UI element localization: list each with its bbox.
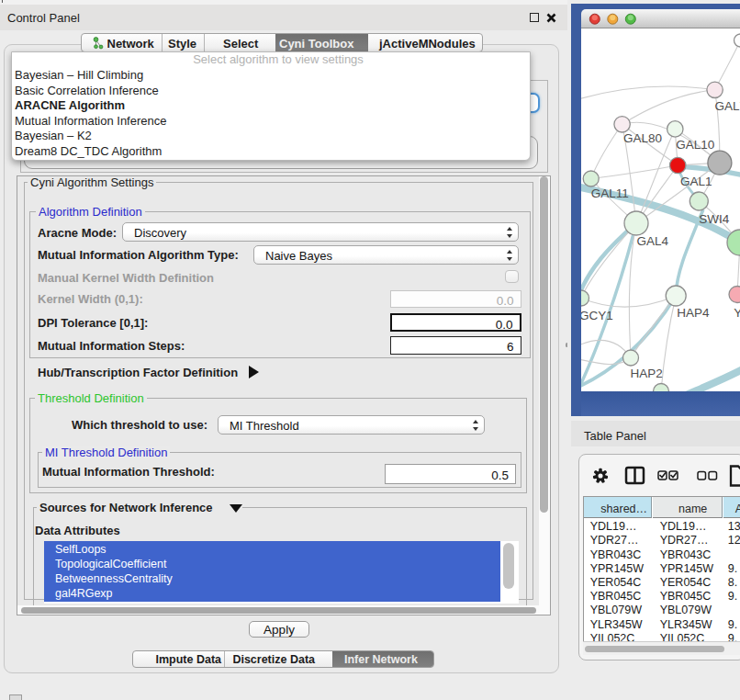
- svg-text:GAL80: GAL80: [623, 131, 662, 145]
- svg-text:GCY1: GCY1: [581, 309, 613, 322]
- svg-text:GAL7: GAL7: [715, 99, 740, 113]
- svg-text:HAP4: HAP4: [677, 306, 710, 320]
- svg-text:YJ: YJ: [734, 306, 740, 320]
- svg-text:GAL4: GAL4: [637, 234, 669, 248]
- svg-text:SWI4: SWI4: [699, 212, 729, 226]
- svg-text:GAL1: GAL1: [680, 175, 712, 188]
- svg-text:GAL10: GAL10: [676, 138, 714, 152]
- svg-text:HAP2: HAP2: [630, 367, 662, 380]
- svg-text:GAL11: GAL11: [591, 186, 629, 200]
